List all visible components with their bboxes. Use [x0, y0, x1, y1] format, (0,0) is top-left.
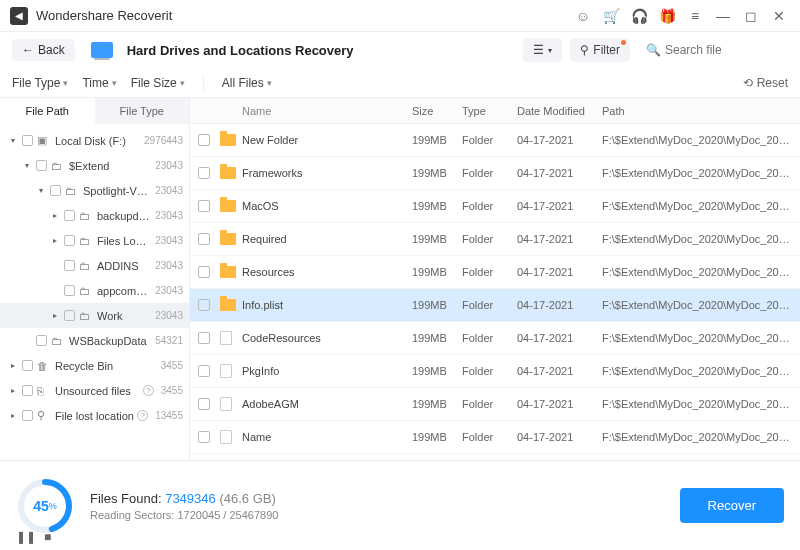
maximize-icon[interactable]: ◻ [740, 5, 762, 27]
reset-button[interactable]: ⟲Reset [743, 76, 788, 90]
checkbox[interactable] [22, 410, 33, 421]
back-button[interactable]: ← Back [12, 39, 75, 61]
search-input[interactable] [665, 43, 775, 57]
filter-button[interactable]: ⚲ Filter [570, 38, 630, 62]
tree-item[interactable]: ▸🗀Work23043 [0, 303, 189, 328]
tree-label: $Extend [69, 160, 151, 172]
file-row[interactable]: Name199MBFolder04-17-2021F:\$Extend\MyDo… [190, 421, 800, 454]
file-type: Folder [462, 431, 517, 443]
filter-file-type[interactable]: File Type▾ [12, 76, 68, 90]
menu-icon[interactable]: ≡ [684, 5, 706, 27]
pause-button[interactable]: ❚❚ [16, 530, 36, 544]
app-title: Wondershare Recoverit [36, 8, 172, 23]
support-icon[interactable]: 🎧 [628, 5, 650, 27]
twisty-icon[interactable]: ▸ [8, 411, 18, 420]
back-label: Back [38, 43, 65, 57]
twisty-icon[interactable]: ▸ [50, 236, 60, 245]
checkbox[interactable] [22, 135, 33, 146]
col-size[interactable]: Size [412, 105, 462, 117]
checkbox[interactable] [198, 167, 210, 179]
col-type[interactable]: Type [462, 105, 517, 117]
checkbox[interactable] [198, 134, 210, 146]
file-list-header: Name Size Type Date Modified Path [190, 98, 800, 124]
twisty-icon[interactable]: ▾ [22, 161, 32, 170]
file-type: Folder [462, 167, 517, 179]
checkbox[interactable] [64, 210, 75, 221]
tree-item[interactable]: ▸🗀backupdata23043 [0, 203, 189, 228]
checkbox[interactable] [22, 360, 33, 371]
twisty-icon[interactable]: ▾ [8, 136, 18, 145]
tree-item[interactable]: 🗀appcompat23043 [0, 278, 189, 303]
file-row[interactable]: Info.plist199MBFolder04-17-2021F:\$Exten… [190, 289, 800, 322]
cart-icon[interactable]: 🛒 [600, 5, 622, 27]
checkbox[interactable] [198, 398, 210, 410]
checkbox[interactable] [64, 260, 75, 271]
file-row[interactable]: AdobeAGM199MBFolder04-17-2021F:\$Extend\… [190, 388, 800, 421]
tree-item[interactable]: ▸🗀Files Lost Origi...23043 [0, 228, 189, 253]
checkbox[interactable] [198, 365, 210, 377]
twisty-icon[interactable]: ▸ [50, 311, 60, 320]
filter-file-size[interactable]: File Size▾ [131, 76, 185, 90]
checkbox[interactable] [198, 332, 210, 344]
checkbox[interactable] [64, 285, 75, 296]
chevron-down-icon: ▾ [267, 78, 272, 88]
view-mode-button[interactable]: ☰ ▾ [523, 38, 562, 62]
search-wrap: 🔍 [638, 39, 788, 61]
col-name[interactable]: Name [242, 105, 412, 117]
tree-item[interactable]: ▾▣Local Disk (F:)2976443 [0, 128, 189, 153]
gift-icon[interactable]: 🎁 [656, 5, 678, 27]
folder-icon: 🗀 [79, 210, 93, 222]
stop-button[interactable]: ■ [44, 530, 51, 544]
file-size: 199MB [412, 200, 462, 212]
tree-item[interactable]: 🗀ADDINS23043 [0, 253, 189, 278]
file-size: 199MB [412, 266, 462, 278]
checkbox[interactable] [198, 200, 210, 212]
tree-label: Work [97, 310, 151, 322]
checkbox[interactable] [198, 299, 210, 311]
filter-all-files[interactable]: All Files▾ [222, 76, 272, 90]
twisty-icon[interactable]: ▸ [8, 361, 18, 370]
file-row[interactable]: PkgInfo199MBFolder04-17-2021F:\$Extend\M… [190, 355, 800, 388]
checkbox[interactable] [36, 335, 47, 346]
file-row[interactable]: Required199MBFolder04-17-2021F:\$Extend\… [190, 223, 800, 256]
file-icon [220, 397, 232, 411]
twisty-icon[interactable]: ▸ [8, 386, 18, 395]
file-row[interactable]: CodeResources199MBFolder04-17-2021F:\$Ex… [190, 322, 800, 355]
file-row[interactable]: Resources199MBFolder04-17-2021F:\$Extend… [190, 256, 800, 289]
checkbox[interactable] [36, 160, 47, 171]
help-icon[interactable]: ? [143, 385, 154, 396]
twisty-icon[interactable]: ▾ [36, 186, 46, 195]
twisty-icon[interactable]: ▸ [50, 211, 60, 220]
minimize-icon[interactable]: — [712, 5, 734, 27]
checkbox[interactable] [198, 431, 210, 443]
tab-file-path[interactable]: File Path [0, 98, 95, 124]
col-path[interactable]: Path [602, 105, 800, 117]
checkbox[interactable] [64, 310, 75, 321]
tab-file-type[interactable]: File Type [95, 98, 190, 124]
tree-count: 23043 [155, 185, 183, 196]
tree-item[interactable]: ▾🗀Spotlight-V10000...23043 [0, 178, 189, 203]
tree-item[interactable]: 🗀WSBackupData54321 [0, 328, 189, 353]
recover-button[interactable]: Recover [680, 488, 784, 523]
reading-sectors: Reading Sectors: 1720045 / 25467890 [90, 509, 664, 521]
close-icon[interactable]: ✕ [768, 5, 790, 27]
filter-time[interactable]: Time▾ [82, 76, 116, 90]
user-icon[interactable]: ☺ [572, 5, 594, 27]
col-date[interactable]: Date Modified [517, 105, 602, 117]
checkbox[interactable] [64, 235, 75, 246]
tree-item[interactable]: ▸⚲File lost location?13455 [0, 403, 189, 428]
checkbox[interactable] [198, 233, 210, 245]
trash-icon: 🗑 [37, 360, 51, 372]
checkbox[interactable] [50, 185, 61, 196]
help-icon[interactable]: ? [137, 410, 148, 421]
file-row[interactable]: Frameworks199MBFolder04-17-2021F:\$Exten… [190, 157, 800, 190]
tree-item[interactable]: ▸⎘Unsourced files?3455 [0, 378, 189, 403]
tree-count: 23043 [155, 235, 183, 246]
tree-item[interactable]: ▾🗀$Extend23043 [0, 153, 189, 178]
file-row[interactable]: MacOS199MBFolder04-17-2021F:\$Extend\MyD… [190, 190, 800, 223]
checkbox[interactable] [22, 385, 33, 396]
file-row[interactable]: New Folder199MBFolder04-17-2021F:\$Exten… [190, 124, 800, 157]
file-date: 04-17-2021 [517, 167, 602, 179]
tree-item[interactable]: ▸🗑Recycle Bin3455 [0, 353, 189, 378]
checkbox[interactable] [198, 266, 210, 278]
